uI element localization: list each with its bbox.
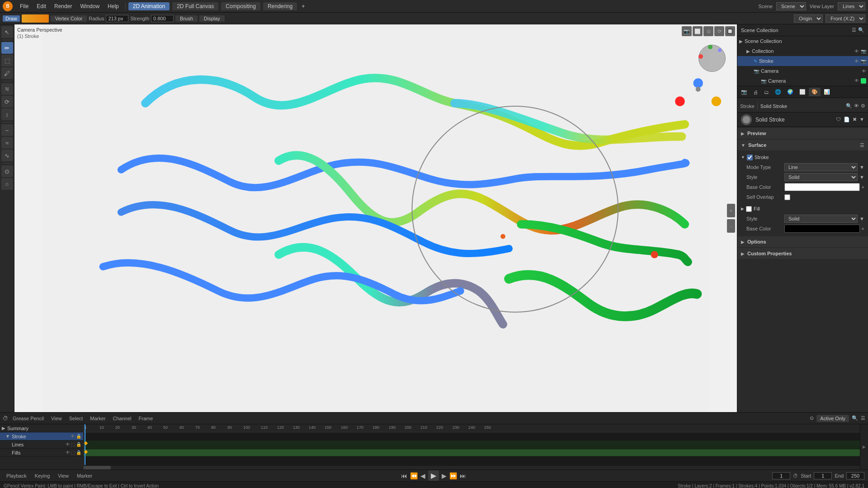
keying-menu[interactable]: Keying — [32, 473, 53, 479]
mode-compositing[interactable]: Compositing — [221, 2, 260, 10]
fills-row[interactable]: Fills 👁 ⬚ 🔒 — [0, 449, 83, 457]
delete-material-btn[interactable]: ✖ — [853, 117, 857, 122]
eye-icon-cam2[interactable]: 👁 — [854, 78, 859, 84]
circle-tool[interactable]: ⊙ — [1, 165, 13, 177]
origin-select[interactable]: Origin — [794, 14, 823, 23]
grease-pencil-menu[interactable]: Grease Pencil — [10, 415, 47, 422]
timeline-select-menu[interactable]: Select — [66, 415, 86, 422]
base-color-swatch[interactable] — [784, 183, 860, 191]
stroke-expand[interactable]: ▼ — [5, 434, 10, 439]
mode-type-expand[interactable]: ▼ — [859, 164, 864, 170]
lines-row[interactable]: Lines 👁 ⬚ 🔒 — [0, 441, 83, 449]
jump-start-btn[interactable]: ⏮ — [401, 472, 407, 479]
prev-keyframe-btn[interactable]: ⏪ — [410, 472, 418, 479]
eye-icon[interactable]: 👁 — [854, 49, 859, 54]
timeline-marker-menu[interactable]: Marker — [87, 415, 108, 422]
render-fills-icon[interactable]: ⬚ — [71, 450, 75, 455]
rotate-tool[interactable]: ⟳ — [1, 96, 13, 108]
mode-2d-full-canvas[interactable]: 2D Full Canvas — [172, 2, 218, 10]
menu-file[interactable]: File — [16, 2, 32, 10]
display-mode-btn[interactable]: ⬜ — [693, 26, 703, 36]
menu-render[interactable]: Render — [51, 2, 75, 10]
playback-view-menu[interactable]: View — [55, 473, 71, 479]
outliner-camera[interactable]: 📷 Camera 👁 — [737, 66, 868, 76]
timeline-right-expand[interactable]: ▶ — [860, 424, 868, 469]
fill-subsection-header[interactable]: ▶ Fill — [741, 204, 864, 214]
gizmo-btn[interactable]: ⟳ — [714, 26, 724, 36]
z-axis-dot[interactable] — [718, 48, 722, 52]
playback-marker-menu[interactable]: Marker — [74, 473, 95, 479]
surface-header[interactable]: ▼ Surface ☰ — [737, 140, 868, 150]
viewport-canvas[interactable]: Camera Perspective (1) Stroke — [14, 24, 737, 412]
menu-window[interactable]: Window — [76, 2, 103, 10]
start-frame-input[interactable] — [814, 472, 832, 479]
copy-icon[interactable]: 🔍 — [846, 103, 852, 109]
timeline-scrollbar[interactable] — [84, 466, 860, 469]
lock-lines-icon[interactable]: 🔒 — [76, 442, 81, 447]
add-workspace-button[interactable]: + — [298, 2, 308, 10]
menu-edit[interactable]: Edit — [33, 2, 50, 10]
stroke-subsection-header[interactable]: ▼ Stroke — [741, 152, 864, 162]
front-select[interactable]: Front (X:Z) — [826, 14, 865, 23]
mode-type-select[interactable]: Line — [784, 163, 858, 171]
eye-tl-icon[interactable]: 👁 — [71, 434, 75, 439]
fill-base-color-swatch[interactable] — [784, 225, 860, 233]
lines-track[interactable] — [84, 449, 860, 457]
render-lines-icon[interactable]: ⬚ — [71, 442, 75, 447]
style-expand[interactable]: ▼ — [859, 174, 864, 180]
snap-btn[interactable]: 🔲 — [725, 26, 735, 36]
camera-icon[interactable]: 📷 — [682, 26, 692, 36]
eraser-tool[interactable]: ⬚ — [1, 55, 13, 66]
stroke-track[interactable] — [84, 441, 860, 449]
strength-tool[interactable]: ∿ — [1, 150, 13, 161]
x-axis-dot[interactable] — [698, 54, 703, 59]
fill-color-expand[interactable]: + — [862, 226, 864, 231]
overlay-btn[interactable]: ⊙ — [703, 26, 713, 36]
rect-tool[interactable]: ○ — [1, 178, 13, 190]
fill-style-expand[interactable]: ▼ — [859, 216, 864, 221]
mode-2d-animation[interactable]: 2D Animation — [128, 2, 170, 10]
outliner-scene-collection[interactable]: ▶ Scene Collection — [737, 36, 868, 46]
stroke-enabled-checkbox[interactable] — [747, 155, 753, 160]
menu-help[interactable]: Help — [104, 2, 123, 10]
filter-icon[interactable]: ☰ — [852, 27, 856, 33]
fill-style-select[interactable]: Solid — [784, 215, 858, 223]
draw-tool[interactable]: ✏ — [1, 42, 13, 54]
tint-color[interactable] — [22, 14, 49, 23]
tab-render[interactable]: 📷 — [738, 88, 750, 96]
draw-mode-select[interactable]: Draw — [3, 15, 20, 22]
display-select[interactable]: Display — [199, 15, 225, 22]
timeline-view-menu[interactable]: View — [48, 415, 65, 422]
mode-rendering[interactable]: Rendering — [263, 2, 297, 10]
lock-tl-icon[interactable]: 🔒 — [76, 434, 81, 439]
settings-icon[interactable]: ⚙ — [861, 103, 865, 109]
fills-track[interactable] — [84, 457, 860, 465]
tab-data[interactable]: 📊 — [821, 88, 833, 96]
zoom-out-btn[interactable]: - — [727, 219, 735, 233]
brush-select[interactable]: Brush — [175, 15, 198, 22]
summary-expand[interactable]: ▶ — [2, 426, 5, 431]
zoom-in-btn[interactable]: + — [727, 204, 735, 217]
self-overlap-checkbox[interactable] — [784, 194, 790, 200]
custom-props-header[interactable]: ▶ Custom Properties — [737, 248, 868, 259]
radius-input[interactable] — [106, 15, 128, 22]
scene-select[interactable]: Scene — [776, 2, 806, 10]
next-keyframe-btn[interactable]: ⏩ — [449, 472, 457, 479]
fill-enabled-checkbox[interactable] — [746, 206, 752, 212]
stroke-row[interactable]: ▼ Stroke 👁 🔒 — [0, 432, 83, 441]
outliner-camera-inner[interactable]: 📷 Camera 👁 — [737, 76, 868, 86]
active-only-label[interactable]: Active Only — [816, 415, 849, 422]
style-select[interactable]: Solid — [784, 173, 858, 181]
jump-end-btn[interactable]: ⏭ — [460, 472, 466, 479]
timeline-scrollbar-thumb[interactable] — [84, 466, 111, 469]
base-color-expand[interactable]: + — [862, 184, 864, 190]
timeline-frame-menu[interactable]: Frame — [136, 415, 156, 422]
play-btn[interactable]: ▶ — [428, 470, 439, 481]
select-tool[interactable]: ↖ — [1, 26, 13, 38]
search-icon[interactable]: 🔍 — [858, 27, 864, 33]
playback-menu[interactable]: Playback — [4, 473, 29, 479]
nav-gizmo[interactable] — [696, 42, 728, 74]
unlink-material-btn[interactable]: 📄 — [844, 117, 850, 122]
timeline-channel-menu[interactable]: Channel — [110, 415, 134, 422]
end-frame-input[interactable] — [846, 472, 864, 479]
